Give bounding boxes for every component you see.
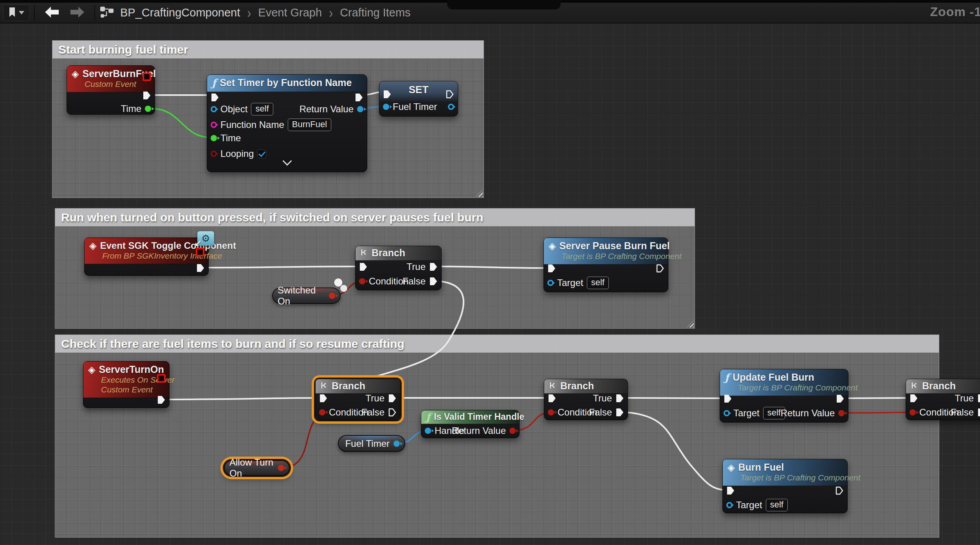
- comment-title[interactable]: Check if there are fuel items to burn an…: [55, 335, 939, 353]
- expand-node-row[interactable]: [207, 160, 367, 164]
- true-exec-out-pin[interactable]: True: [955, 392, 980, 405]
- breadcrumb-event-graph[interactable]: Event Graph: [258, 6, 322, 19]
- node-burn-fuel[interactable]: ◈ Burn Fuel Target is BP Crafting Compon…: [722, 459, 848, 513]
- exec-out-pin[interactable]: [157, 393, 166, 407]
- object-pin-icon[interactable]: [211, 106, 217, 112]
- pin-label: Target: [557, 277, 583, 288]
- node-set-timer-by-function-name[interactable]: ƒ Set Timer by Function Name Object self…: [207, 74, 367, 172]
- exec-out-pin[interactable]: [196, 261, 205, 275]
- node-branch-1[interactable]: Branch True Condition False: [355, 246, 442, 290]
- exec-out-pin[interactable]: [355, 91, 363, 104]
- exec-out-pin[interactable]: [656, 262, 664, 275]
- node-is-valid-timer-handle[interactable]: ƒ Is Valid Timer Handle Handle Return Va…: [421, 410, 520, 438]
- time-output-pin[interactable]: Time: [121, 102, 151, 115]
- exec-in-pin[interactable]: [726, 484, 735, 497]
- exec-in-pin[interactable]: [548, 392, 556, 405]
- time-input-pin[interactable]: Time: [211, 131, 241, 145]
- object-default-value[interactable]: self: [251, 103, 273, 115]
- breadcrumb-crafting-items[interactable]: Crafting Items: [340, 6, 411, 19]
- branch-icon: [360, 248, 368, 258]
- struct-pin-icon[interactable]: [425, 428, 431, 434]
- return-value-pin[interactable]: Return Value: [300, 103, 363, 116]
- struct-pin-icon[interactable]: [357, 106, 363, 112]
- bookmark-button[interactable]: [3, 5, 29, 21]
- target-input-pin[interactable]: Target self: [724, 407, 785, 420]
- bool-pin-icon[interactable]: [838, 410, 845, 416]
- variable-label: Allow Turn On: [229, 457, 274, 479]
- target-input-pin[interactable]: Target self: [547, 276, 609, 290]
- node-server-burn-fuel[interactable]: ◈ ServerBurnFuel Custom Event Time: [67, 65, 155, 115]
- object-pin-icon[interactable]: [547, 280, 554, 286]
- false-exec-out-pin[interactable]: False: [402, 275, 438, 288]
- pin-label: Time: [121, 103, 141, 114]
- back-button[interactable]: [40, 4, 65, 22]
- exec-in-pin[interactable]: [211, 91, 219, 104]
- exec-out-pin[interactable]: [143, 89, 151, 102]
- comment-title[interactable]: Run when turned on button pressed, if sw…: [55, 209, 695, 227]
- return-value-pin[interactable]: Return Value: [781, 407, 845, 420]
- breadcrumb-blueprint[interactable]: BP_CraftingComponent: [120, 6, 240, 19]
- true-exec-out-pin[interactable]: True: [407, 260, 438, 273]
- false-exec-out-pin[interactable]: False: [589, 406, 624, 419]
- variable-get-fuel-timer[interactable]: Fuel Timer: [338, 435, 405, 452]
- node-server-pause-burn-fuel[interactable]: ◈ Server Pause Burn Fuel Target is BP Cr…: [543, 237, 668, 292]
- node-set-fuel-timer[interactable]: SET Fuel Timer: [379, 81, 458, 117]
- comment-title[interactable]: Start burning fuel timer: [52, 41, 484, 59]
- true-exec-out-pin[interactable]: True: [366, 392, 397, 405]
- condition-input-pin[interactable]: Condition: [359, 275, 408, 288]
- breadcrumb-separator-icon: ›: [329, 4, 333, 21]
- exec-in-pin[interactable]: [724, 392, 732, 405]
- node-branch-2-selected[interactable]: Branch True Condition False: [315, 379, 401, 420]
- variable-get-switched-on[interactable]: Switched On: [272, 288, 341, 304]
- bool-pin-icon[interactable]: [910, 409, 916, 415]
- function-name-input-pin[interactable]: Function Name BurnFuel: [211, 118, 331, 131]
- true-exec-out-pin[interactable]: True: [593, 392, 624, 405]
- node-update-fuel-burn[interactable]: ƒ Update Fuel Burn Target is BP Crafting…: [720, 369, 848, 423]
- bool-pin-icon[interactable]: [319, 409, 325, 415]
- object-pin-icon[interactable]: [726, 502, 733, 508]
- node-branch-4[interactable]: Branch True Condition False: [906, 379, 980, 420]
- node-event-sgk-toggle-component[interactable]: ◈ Event SGK Toggle Component From BP SGK…: [84, 237, 209, 276]
- bool-pin-icon[interactable]: [278, 465, 284, 471]
- target-default-value[interactable]: self: [587, 277, 609, 289]
- fuel-timer-output-pin[interactable]: [448, 100, 454, 113]
- return-value-pin[interactable]: Return Value: [452, 424, 516, 437]
- bool-pin-icon[interactable]: [509, 428, 516, 434]
- exec-out-pin[interactable]: [835, 484, 844, 497]
- node-branch-3[interactable]: Branch True Condition False: [544, 379, 628, 420]
- replicates-badge-icon: [157, 374, 166, 383]
- exec-in-pin[interactable]: [359, 260, 368, 273]
- float-pin-icon[interactable]: [211, 135, 217, 141]
- exec-in-pin[interactable]: [319, 392, 328, 405]
- name-pin-icon[interactable]: [211, 122, 217, 128]
- node-subtitle-line1: Executes On Server: [101, 375, 164, 385]
- forward-button[interactable]: [65, 4, 90, 22]
- object-input-pin[interactable]: Object self: [211, 103, 273, 116]
- target-default-value[interactable]: self: [766, 499, 788, 511]
- exec-in-pin[interactable]: [910, 392, 918, 405]
- false-exec-out-pin[interactable]: False: [951, 406, 980, 419]
- exec-out-pin[interactable]: [446, 88, 454, 101]
- variable-get-allow-turn-on[interactable]: Allow Turn On: [224, 460, 290, 476]
- float-pin-icon[interactable]: [145, 106, 151, 112]
- bool-pin-icon[interactable]: [211, 151, 217, 157]
- fuel-timer-input-pin[interactable]: Fuel Timer: [383, 100, 437, 113]
- exec-in-pin[interactable]: [383, 88, 392, 101]
- struct-pin-icon[interactable]: [383, 104, 389, 110]
- struct-pin-icon[interactable]: [448, 104, 454, 110]
- target-input-pin[interactable]: Target self: [726, 498, 788, 512]
- blueprint-editor: { "topbar": { "breadcrumb": { "root": "B…: [0, 0, 980, 545]
- object-pin-icon[interactable]: [724, 410, 730, 416]
- node-server-turn-on[interactable]: ◈ ServerTurnOn Executes On Server Custom…: [83, 361, 170, 408]
- event-graph-canvas[interactable]: Start burning fuel timer Run when turned…: [0, 23, 980, 545]
- bool-pin-icon[interactable]: [359, 278, 365, 284]
- false-exec-out-pin[interactable]: False: [361, 406, 397, 419]
- function-name-value[interactable]: BurnFuel: [288, 119, 331, 131]
- looping-input-pin[interactable]: Looping: [211, 147, 266, 160]
- bool-pin-icon[interactable]: [329, 293, 335, 299]
- struct-pin-icon[interactable]: [393, 441, 400, 447]
- exec-in-pin[interactable]: [547, 262, 556, 275]
- bool-pin-icon[interactable]: [548, 409, 554, 415]
- exec-out-pin[interactable]: [836, 392, 845, 405]
- looping-checkbox[interactable]: [257, 149, 266, 158]
